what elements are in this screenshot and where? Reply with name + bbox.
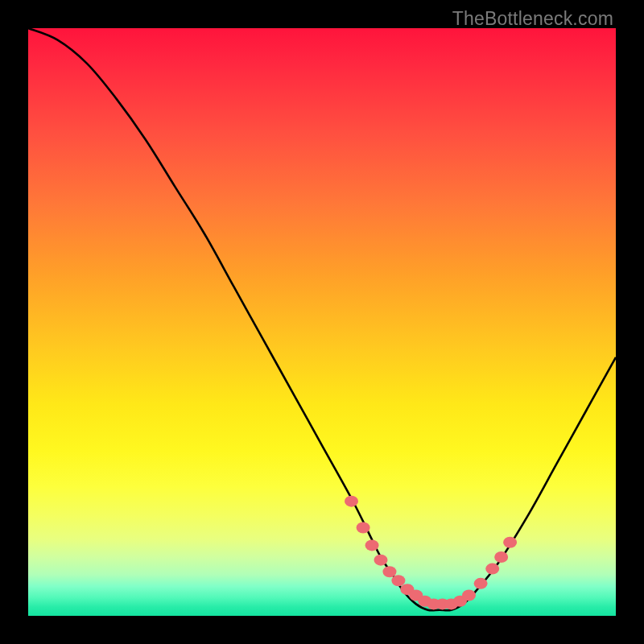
curve-marker bbox=[494, 551, 508, 563]
chart-frame: TheBottleneck.com bbox=[0, 0, 644, 644]
curve-marker bbox=[365, 539, 379, 551]
curve-marker bbox=[345, 496, 358, 507]
bottleneck-curve bbox=[28, 28, 616, 616]
curve-marker bbox=[474, 578, 488, 589]
curve-marker bbox=[357, 522, 370, 534]
watermark-text: TheBottleneck.com bbox=[452, 8, 613, 30]
curve-marker bbox=[391, 575, 405, 586]
curve-marker bbox=[485, 564, 499, 575]
curve-marker bbox=[462, 589, 476, 601]
curve-marker bbox=[382, 566, 396, 577]
curve-markers bbox=[345, 496, 517, 610]
curve-marker bbox=[374, 555, 388, 566]
plot-area bbox=[28, 28, 616, 616]
curve-marker bbox=[503, 537, 517, 548]
curve-line bbox=[28, 28, 616, 610]
